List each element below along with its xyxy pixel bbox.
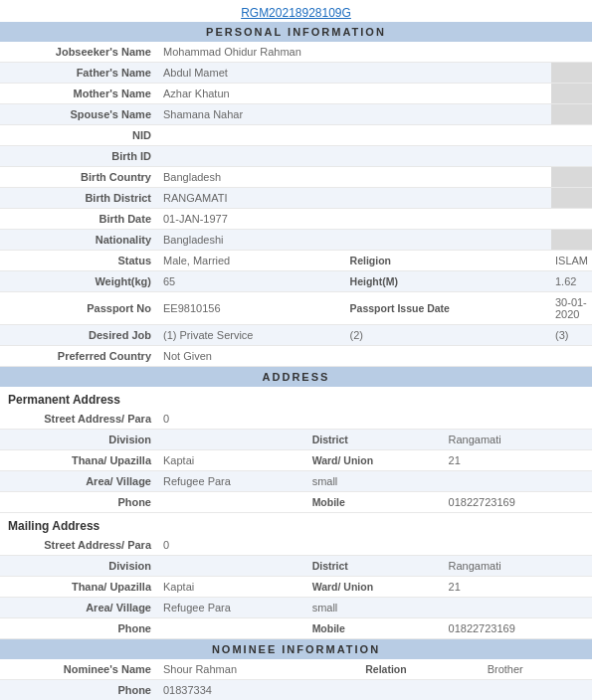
registration-link[interactable]: RGM20218928109G: [241, 6, 351, 20]
birth-id-value: [159, 146, 592, 167]
spouses-name-value: Shamana Nahar: [159, 104, 346, 125]
mail-area-spacer: [445, 598, 592, 618]
height-value: 1.62: [551, 271, 592, 292]
nominee-relation-label: Relation: [361, 659, 483, 680]
table-row: NID: [0, 125, 592, 146]
mail-mobile-value: 01822723169: [445, 618, 592, 639]
status-value: Male, Married: [159, 251, 346, 271]
perm-division-value: [159, 430, 308, 450]
preferred-country-value: Not Given: [159, 346, 592, 367]
table-row: Nationality Bangladeshi: [0, 230, 592, 251]
table-row: Phone Mobile 01822723169: [0, 618, 592, 639]
height-label: Height(M): [346, 271, 551, 292]
mail-division-value: [159, 556, 308, 577]
desired-job-3: (3): [551, 325, 592, 346]
birth-country-label: Birth Country: [0, 167, 159, 188]
perm-ward-union-label: Ward/ Union: [308, 450, 445, 471]
address-header: ADDRESS: [0, 367, 592, 387]
mail-district-label: District: [308, 556, 445, 577]
perm-ward-union-value: 21: [445, 450, 592, 471]
mail-union-type: small: [308, 598, 445, 618]
perm-phone-value: [159, 492, 308, 513]
birth-date-value: 01-JAN-1977: [159, 209, 592, 230]
perm-area-value: Refugee Para: [159, 471, 308, 492]
nationality-spacer: [346, 230, 551, 251]
nominee-phone-label: Phone: [0, 680, 159, 701]
passport-issue-label: Passport Issue Date: [346, 292, 551, 325]
spouses-gray: [551, 104, 592, 125]
table-row: Thana/ Upazilla Kaptai Ward/ Union 21: [0, 450, 592, 471]
table-row: Area/ Village Refugee Para small: [0, 598, 592, 618]
nid-label: NID: [0, 125, 159, 146]
table-row: Street Address/ Para 0: [0, 409, 592, 430]
nationality-label: Nationality: [0, 230, 159, 251]
table-row: Street Address/ Para 0: [0, 535, 592, 556]
perm-street-value: 0: [159, 409, 592, 430]
table-row: Preferred Country Not Given: [0, 346, 592, 367]
perm-mobile-value: 01822723169: [445, 492, 592, 513]
table-row: Phone Mobile 01822723169: [0, 492, 592, 513]
passport-no-label: Passport No: [0, 292, 159, 325]
fathers-spacer: [346, 63, 551, 84]
perm-district-value: Rangamati: [445, 430, 592, 450]
personal-info-table: Jobseeker's Name Mohammad Ohidur Rahman …: [0, 42, 592, 367]
mailing-address-table: Street Address/ Para 0 Division District…: [0, 535, 592, 639]
mail-thana-value: Kaptai: [159, 577, 308, 598]
preferred-country-label: Preferred Country: [0, 346, 159, 367]
nominee-info-table: Nominee's Name Shour Rahman Relation Bro…: [0, 659, 592, 700]
mail-district-value: Rangamati: [445, 556, 592, 577]
birth-country-value: Bangladesh: [159, 167, 346, 188]
table-row: Birth Country Bangladesh: [0, 167, 592, 188]
table-row: Father's Name Abdul Mamet: [0, 63, 592, 84]
desired-job-label: Desired Job: [0, 325, 159, 346]
perm-street-label: Street Address/ Para: [0, 409, 159, 430]
nationality-value: Bangladeshi: [159, 230, 346, 251]
permanent-address-header: Permanent Address: [0, 387, 592, 409]
perm-area-spacer: [445, 471, 592, 492]
table-row: Thana/ Upazilla Kaptai Ward/ Union 21: [0, 577, 592, 598]
table-row: Birth District RANGAMATI: [0, 188, 592, 209]
birth-date-label: Birth Date: [0, 209, 159, 230]
perm-district-label: District: [308, 430, 445, 450]
weight-value: 65: [159, 271, 346, 292]
mailing-address-header: Mailing Address: [0, 513, 592, 535]
mail-ward-union-value: 21: [445, 577, 592, 598]
desired-job-value: (1) Private Service: [159, 325, 346, 346]
birth-district-value: RANGAMATI: [159, 188, 346, 209]
nationality-gray: [551, 230, 592, 251]
mail-ward-union-label: Ward/ Union: [308, 577, 445, 598]
personal-info-header: PERSONAL INFORMATION: [0, 22, 592, 42]
religion-value: ISLAM: [551, 251, 592, 271]
mail-thana-label: Thana/ Upazilla: [0, 577, 159, 598]
perm-thana-value: Kaptai: [159, 450, 308, 471]
weight-label: Weight(kg): [0, 271, 159, 292]
nominee-name-label: Nominee's Name: [0, 659, 159, 680]
birth-district-label: Birth District: [0, 188, 159, 209]
table-row: Area/ Village Refugee Para small: [0, 471, 592, 492]
desired-job-2: (2): [346, 325, 551, 346]
perm-thana-label: Thana/ Upazilla: [0, 450, 159, 471]
mothers-spacer: [346, 84, 551, 104]
jobseekers-name-value: Mohammad Ohidur Rahman: [159, 42, 592, 63]
table-row: Status Male, Married Religion ISLAM: [0, 251, 592, 271]
birth-country-gray: [551, 167, 592, 188]
table-row: Passport No EE9810156 Passport Issue Dat…: [0, 292, 592, 325]
perm-mobile-label: Mobile: [308, 492, 445, 513]
mail-street-value: 0: [159, 535, 592, 556]
perm-phone-label: Phone: [0, 492, 159, 513]
mail-street-label: Street Address/ Para: [0, 535, 159, 556]
table-row: Mother's Name Azhar Khatun: [0, 84, 592, 104]
fathers-name-label: Father's Name: [0, 63, 159, 84]
spouses-name-label: Spouse's Name: [0, 104, 159, 125]
birth-country-spacer: [346, 167, 551, 188]
status-label: Status: [0, 251, 159, 271]
nominee-phone-value: 01837334: [159, 680, 592, 701]
fathers-gray: [551, 63, 592, 84]
perm-union-type: small: [308, 471, 445, 492]
mothers-name-value: Azhar Khatun: [159, 84, 346, 104]
religion-label: Religion: [346, 251, 551, 271]
nid-value: [159, 125, 592, 146]
permanent-address-table: Street Address/ Para 0 Division District…: [0, 409, 592, 513]
nominee-info-header: NOMINEE INFORMATION: [0, 639, 592, 659]
top-link-container: RGM20218928109G: [0, 0, 592, 22]
